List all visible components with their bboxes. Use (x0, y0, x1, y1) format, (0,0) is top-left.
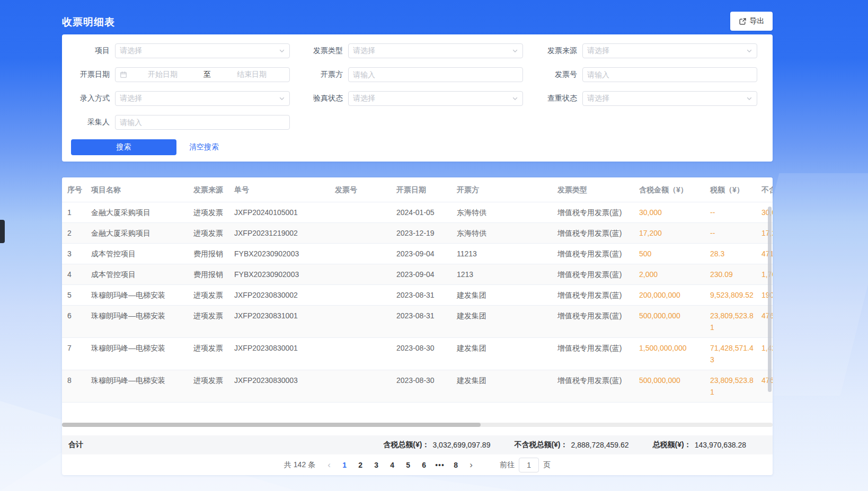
total-incl-tax-value: 3,032,699,097.89 (432, 441, 490, 449)
calendar-icon (120, 71, 127, 78)
page-number-4[interactable]: 4 (384, 461, 400, 469)
table-cell-issuer: 建发集团 (451, 285, 552, 305)
table-cell-amount_incl: 17,200 (634, 223, 705, 243)
total-tax-label: 总税额(¥)： (653, 440, 692, 450)
table-cell-source: 费用报销 (188, 264, 229, 284)
chevron-down-icon (746, 95, 752, 102)
goto-label: 前往 (500, 460, 515, 470)
clear-search-link[interactable]: 清空搜索 (189, 142, 219, 152)
table-cell-project: 珠穆朗玛峰—电梯安装 (86, 306, 188, 337)
horizontal-scrollbar-thumb[interactable] (62, 423, 481, 427)
filter-invoice-source: 发票来源 请选择 (529, 43, 764, 58)
table-cell-doc_no: JXFP20230831001 (229, 306, 330, 337)
table-cell-source: 进项发票 (188, 223, 229, 243)
table-cell-amount_incl: 500 (634, 244, 705, 264)
table-cell-project: 金融大厦采购项目 (86, 202, 188, 222)
filter-issuer: 开票方 (295, 67, 529, 82)
entry-method-select[interactable]: 请选择 (115, 91, 290, 106)
table-cell-amount_incl: 500,000,000 (634, 306, 705, 337)
filter-project: 项目 请选择 (62, 43, 295, 58)
filter-collector-label: 采集人 (62, 118, 115, 127)
table-cell-project: 成本管控项目 (86, 264, 188, 284)
page-number-5[interactable]: 5 (400, 461, 416, 469)
table-cell-doc_no: FYBX20230902003 (229, 244, 330, 264)
date-end-placeholder: 结束日期 (218, 70, 285, 79)
invoice-source-select-placeholder: 请选择 (587, 46, 746, 56)
column-header-doc_no: 单号 (229, 177, 330, 202)
table-header-row: 序号项目名称发票来源单号发票号开票日期开票方发票类型含税金额（¥）税额（¥）不含… (62, 177, 773, 202)
column-header-date: 开票日期 (391, 177, 451, 202)
chevron-down-icon (512, 95, 518, 102)
pagination-total: 共 142 条 (284, 460, 315, 470)
vertical-scrollbar-thumb[interactable] (768, 207, 772, 392)
table-cell-amount_incl: 1,500,000,000 (634, 338, 705, 370)
total-excl-tax-label: 不含税总额(¥)： (514, 440, 568, 450)
filter-dup-status-label: 查重状态 (529, 94, 582, 103)
table-cell-amount_incl: 200,000,000 (634, 285, 705, 305)
invoice-table-panel: 序号项目名称发票来源单号发票号开票日期开票方发票类型含税金额（¥）税额（¥）不含… (62, 177, 773, 475)
horizontal-scrollbar (62, 423, 773, 427)
table-cell-tax: 28.3 (705, 244, 756, 264)
pagination: 共 142 条 ‹ 123456•••8 › 前往 页 (62, 454, 773, 475)
table-cell-type: 增值税专用发票(蓝) (552, 306, 634, 337)
issuer-input[interactable] (353, 68, 518, 82)
table-cell-amount_incl: 30,000 (634, 202, 705, 222)
search-button[interactable]: 搜索 (71, 139, 176, 155)
table-cell-source: 进项发票 (188, 202, 229, 222)
project-select[interactable]: 请选择 (115, 43, 290, 58)
table-cell-type: 增值税专用发票(蓝) (552, 223, 634, 243)
table-row: 6珠穆朗玛峰—电梯安装进项发票JXFP202308310012023-08-31… (62, 306, 773, 338)
filter-invoice-no: 发票号 (529, 67, 764, 82)
pagination-ellipsis[interactable]: ••• (432, 461, 448, 469)
invoice-source-select[interactable]: 请选择 (582, 43, 757, 58)
chevron-down-icon (512, 48, 518, 54)
table-row: 3成本管控项目费用报销FYBX202309020032023-09-041121… (62, 244, 773, 264)
table-row: 8珠穆朗玛峰—电梯安装进项发票JXFP202308300032023-08-30… (62, 370, 773, 403)
prev-page-button[interactable]: ‹ (322, 460, 336, 470)
table-cell-invoice_no (330, 370, 391, 402)
filter-entry-method: 录入方式 请选择 (62, 91, 295, 106)
table-cell-source: 进项发票 (188, 306, 229, 337)
goto-unit-label: 页 (543, 460, 551, 470)
column-header-source: 发票来源 (188, 177, 229, 202)
table-cell-seq: 3 (62, 244, 86, 264)
table-cell-issuer: 东海特供 (451, 202, 552, 222)
table-cell-date: 2024-01-05 (391, 202, 451, 222)
table-cell-type: 增值税专用发票(蓝) (552, 285, 634, 305)
table-cell-tax: 71,428,571.43 (705, 338, 756, 370)
table-cell-issuer: 1213 (451, 264, 552, 284)
invoice-no-input[interactable] (587, 68, 752, 82)
table-row: 4成本管控项目费用报销FYBX202309020032023-09-041213… (62, 264, 773, 285)
table-cell-invoice_no (330, 264, 391, 284)
page-number-3[interactable]: 3 (368, 461, 384, 469)
verify-status-select[interactable]: 请选择 (348, 91, 523, 106)
page-number-2[interactable]: 2 (352, 461, 368, 469)
table-cell-date: 2023-08-31 (391, 306, 451, 337)
next-page-button[interactable]: › (464, 460, 479, 470)
dup-status-select-placeholder: 请选择 (587, 94, 746, 103)
page-number-8[interactable]: 8 (448, 461, 464, 469)
table-cell-invoice_no (330, 202, 391, 222)
table-cell-date: 2023-12-19 (391, 223, 451, 243)
invoice-no-input-wrap (582, 67, 757, 82)
table-cell-project: 珠穆朗玛峰—电梯安装 (86, 285, 188, 305)
side-collapsed-tab[interactable] (0, 220, 5, 243)
table-cell-amount_incl: 500,000,000 (634, 370, 705, 402)
goto-page-input[interactable] (519, 458, 539, 472)
total-incl-tax-label: 含税总额(¥)： (383, 440, 429, 450)
page-number-1[interactable]: 1 (336, 461, 352, 469)
table-cell-issuer: 建发集团 (451, 338, 552, 370)
dup-status-select[interactable]: 请选择 (582, 91, 757, 106)
invoice-date-range-picker[interactable]: 开始日期 至 结束日期 (115, 67, 290, 82)
totals-row: 合计 含税总额(¥)： 3,032,699,097.89 不含税总额(¥)： 2… (62, 435, 773, 454)
page-number-6[interactable]: 6 (416, 461, 432, 469)
table-cell-tax: -- (705, 223, 756, 243)
filter-invoice-type: 发票类型 请选择 (295, 43, 529, 58)
total-tax-value: 143,970,638.28 (695, 441, 746, 449)
invoice-type-select[interactable]: 请选择 (348, 43, 523, 58)
collector-input[interactable] (120, 115, 285, 129)
date-start-placeholder: 开始日期 (129, 70, 196, 79)
chevron-down-icon (279, 95, 285, 102)
filter-verify-status: 验真状态 请选择 (295, 91, 529, 106)
export-button[interactable]: 导出 (730, 12, 773, 31)
